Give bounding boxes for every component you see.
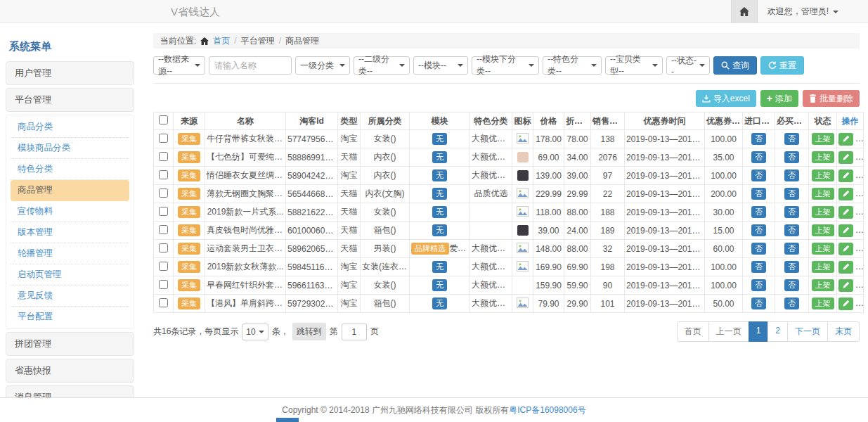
edit-button[interactable]	[838, 261, 853, 274]
row-checkbox[interactable]	[159, 225, 168, 234]
row-checkbox[interactable]	[159, 188, 168, 198]
user-menu[interactable]: 欢迎您，管理员!	[767, 6, 838, 18]
breadcrumb-home-link[interactable]: 首页	[213, 35, 230, 47]
module-badge[interactable]: 无	[432, 261, 447, 273]
sidebar-group-item[interactable]: 平台管理	[6, 88, 134, 112]
import-select-badge[interactable]: 否	[751, 243, 766, 255]
page-button[interactable]: 首页	[677, 321, 709, 342]
sidebar-item-link[interactable]: 商品分类	[11, 117, 129, 138]
select-all-checkbox[interactable]	[159, 115, 168, 124]
status-badge[interactable]: 上架	[812, 151, 834, 163]
sidebar-item-link[interactable]: 轮播管理	[11, 243, 129, 264]
edit-button[interactable]	[838, 188, 853, 200]
page-current[interactable]: 1	[749, 321, 769, 342]
add-button[interactable]: + 添加	[760, 90, 798, 107]
import-select-badge[interactable]: 否	[751, 133, 766, 145]
import-select-badge[interactable]: 否	[751, 170, 766, 181]
sidebar-item-link[interactable]: 版本管理	[11, 222, 129, 243]
must-buy-badge[interactable]: 否	[784, 261, 799, 273]
must-buy-badge[interactable]: 否	[784, 188, 799, 200]
filter-select[interactable]: 一级分类	[295, 56, 350, 75]
row-checkbox[interactable]	[159, 134, 168, 143]
sidebar-item-link[interactable]: 模块商品分类	[11, 138, 129, 159]
row-checkbox[interactable]	[159, 152, 168, 161]
import-select-badge[interactable]: 否	[751, 151, 766, 163]
sidebar-group-item[interactable]: 用户管理	[6, 61, 134, 85]
import-select-badge[interactable]: 否	[751, 188, 766, 200]
page-button[interactable]: 末页	[827, 321, 860, 342]
sidebar-item-link[interactable]: 宣传物料	[11, 201, 129, 222]
filter-select[interactable]: --模块--	[413, 56, 468, 75]
sidebar-item-link[interactable]: 意见反馈	[11, 286, 129, 307]
edit-button[interactable]	[838, 279, 853, 292]
status-badge[interactable]: 上架	[812, 188, 834, 200]
status-badge[interactable]: 上架	[812, 279, 834, 291]
status-badge[interactable]: 上架	[812, 243, 834, 255]
filter-select[interactable]: --状态--	[666, 56, 710, 75]
must-buy-badge[interactable]: 否	[784, 224, 799, 236]
status-badge[interactable]: 上架	[812, 261, 834, 273]
edit-button[interactable]	[838, 243, 853, 255]
sidebar-item-link[interactable]: 启动页管理	[11, 264, 129, 286]
row-checkbox[interactable]	[159, 207, 168, 216]
page-button[interactable]: 2	[767, 321, 788, 342]
edit-button[interactable]	[838, 224, 853, 237]
must-buy-badge[interactable]: 否	[784, 206, 799, 218]
sidebar-group-item[interactable]: 省惠快报	[6, 359, 134, 383]
page-number-input[interactable]	[342, 324, 367, 340]
module-badge[interactable]: 无	[432, 170, 447, 181]
filter-select[interactable]: --特色分类--	[543, 56, 602, 75]
status-badge[interactable]: 上架	[812, 298, 834, 309]
status-badge[interactable]: 上架	[812, 206, 834, 218]
import-select-badge[interactable]: 否	[751, 298, 766, 309]
filter-select[interactable]: --宝贝类型--	[605, 56, 663, 75]
page-button[interactable]: 下一页	[787, 321, 828, 342]
must-buy-badge[interactable]: 否	[784, 133, 799, 145]
reset-button[interactable]: 重置	[760, 56, 804, 75]
module-badge[interactable]: 无	[432, 298, 447, 309]
per-page-select[interactable]: 10	[242, 324, 268, 340]
row-checkbox[interactable]	[159, 262, 168, 271]
filter-select[interactable]: --二级分类--	[354, 56, 410, 75]
must-buy-badge[interactable]: 否	[784, 243, 799, 255]
edit-button[interactable]	[838, 133, 853, 146]
batch-delete-button[interactable]: 批量删除	[803, 90, 860, 107]
sidebar-group-item[interactable]: 拼团管理	[6, 332, 134, 356]
row-checkbox[interactable]	[159, 243, 168, 252]
row-checkbox[interactable]	[159, 298, 168, 307]
import-select-badge[interactable]: 否	[751, 261, 766, 273]
must-buy-badge[interactable]: 否	[784, 298, 799, 309]
import-select-badge[interactable]: 否	[751, 279, 766, 291]
import-select-badge[interactable]: 否	[751, 224, 766, 236]
status-badge[interactable]: 上架	[812, 224, 834, 236]
name-search-input[interactable]	[209, 56, 292, 75]
edit-button[interactable]	[838, 170, 853, 182]
must-buy-badge[interactable]: 否	[784, 170, 799, 181]
module-badge[interactable]: 无	[432, 133, 447, 145]
status-badge[interactable]: 上架	[812, 170, 834, 181]
row-checkbox[interactable]	[159, 280, 168, 289]
import-excel-button[interactable]: 导入excel	[696, 90, 756, 107]
icp-link[interactable]: 粤ICP备16098006号	[509, 404, 585, 416]
sidebar-item-link[interactable]: 特色分类	[11, 159, 129, 180]
edit-button[interactable]	[838, 206, 853, 219]
edit-button[interactable]	[838, 298, 853, 310]
module-badge[interactable]: 无	[432, 206, 447, 218]
home-button[interactable]	[731, 0, 758, 23]
edit-button[interactable]	[838, 151, 853, 164]
filter-select[interactable]: --数据来源--	[153, 56, 205, 75]
filter-select[interactable]: --模块下分类--	[472, 56, 539, 75]
jump-button[interactable]: 跳转到	[292, 323, 326, 340]
module-badge[interactable]: 无	[432, 188, 447, 200]
sidebar-item-link[interactable]: 平台配置	[11, 307, 129, 327]
query-button[interactable]: 查询	[713, 56, 757, 75]
row-checkbox[interactable]	[159, 170, 168, 179]
module-badge[interactable]: 无	[432, 151, 447, 163]
sidebar-item-active[interactable]: 商品管理	[11, 180, 129, 201]
module-badge[interactable]: 无	[432, 224, 447, 236]
must-buy-badge[interactable]: 否	[784, 279, 799, 291]
breadcrumb-item[interactable]: 平台管理	[241, 35, 275, 47]
must-buy-badge[interactable]: 否	[784, 151, 799, 163]
module-badge[interactable]: 无	[432, 279, 447, 291]
status-badge[interactable]: 上架	[812, 133, 834, 145]
